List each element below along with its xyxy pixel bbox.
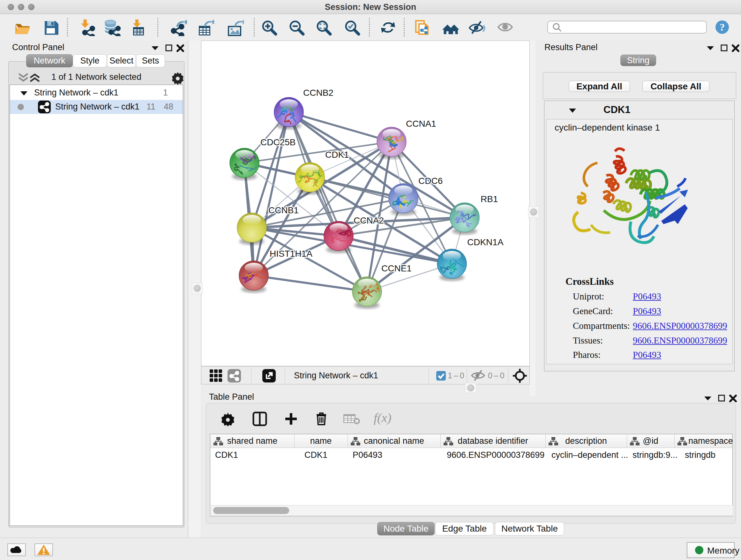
svg-text:?: ? [720, 21, 725, 33]
svg-text:CDC25B: CDC25B [260, 137, 295, 147]
svg-text:CDK1: CDK1 [325, 150, 349, 160]
svg-text:CDC6: CDC6 [418, 176, 443, 186]
svg-text:CCNA2: CCNA2 [354, 215, 384, 226]
svg-text:CCNB1: CCNB1 [268, 205, 299, 215]
svg-text:CCNE1: CCNE1 [381, 263, 412, 273]
svg-text:RB1: RB1 [481, 194, 498, 204]
svg-text:HIST1H1A: HIST1H1A [270, 249, 313, 259]
svg-text:CDKN1A: CDKN1A [467, 237, 503, 247]
svg-text:CCNB2: CCNB2 [303, 88, 333, 98]
svg-text:CCNA1: CCNA1 [406, 119, 436, 129]
